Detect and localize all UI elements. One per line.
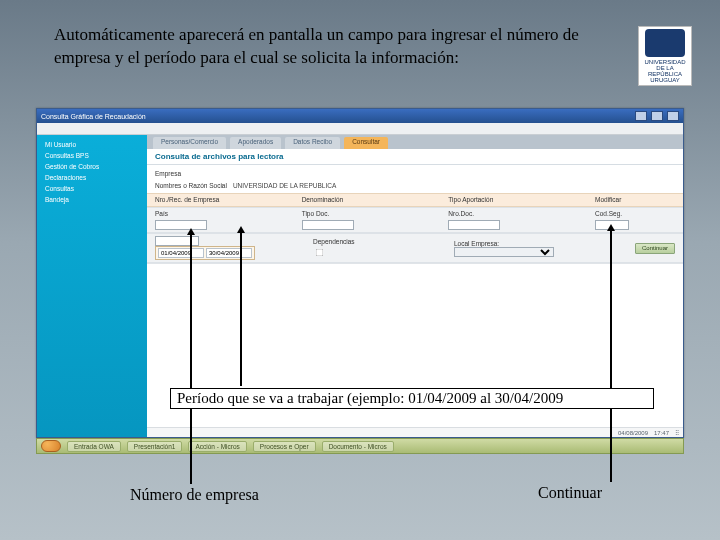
periodo-desde-input[interactable] [158, 248, 204, 258]
window-titlebar: Consulta Gráfica de Recaudación [37, 109, 683, 123]
filter-band-1: País Tipo Doc. Nro.Doc. Cod.Seg. [147, 207, 683, 233]
sidebar: Mi Usuario Consultas BPS Gestión de Cobr… [37, 135, 147, 437]
os-taskbar: Entrada OWA Presentación1 Acción - Micro… [36, 438, 684, 454]
university-logo: UNIVERSIDAD DE LA REPÚBLICA URUGUAY [638, 26, 692, 86]
logo-line2: DE LA REPÚBLICA [639, 65, 691, 77]
callout-periodo: Período que se va a trabajar (ejemplo: 0… [170, 388, 654, 409]
tabbar: Personas/Comercio Apoderados Datos Recib… [147, 135, 683, 149]
status-grip-icon: ⠿ [675, 429, 679, 436]
nombre-value: UNIVERSIDAD DE LA REPUBLICA [233, 182, 336, 189]
pais-label: País [155, 210, 284, 217]
nrodoc-label: Nro.Doc. [448, 210, 577, 217]
panel-title: Consulta de archivos para lectora [147, 149, 683, 165]
local-select[interactable] [454, 247, 554, 257]
empresa-label: Empresa [155, 170, 215, 177]
sidebar-item-gestion-cobros[interactable]: Gestión de Cobros [41, 161, 143, 172]
nro-empresa-header: Nro./Rec. de Empresa [155, 196, 284, 203]
task-item[interactable]: Presentación1 [127, 441, 183, 452]
header-band: Nro./Rec. de Empresa Denominación Tipo A… [147, 193, 683, 207]
empresa-number-input[interactable] [155, 236, 199, 246]
status-date: 04/08/2009 [618, 430, 648, 436]
task-item[interactable]: Procesos e Oper [253, 441, 316, 452]
minimize-icon[interactable] [635, 111, 647, 121]
sidebar-item-declaraciones[interactable]: Declaraciones [41, 172, 143, 183]
logo-building-icon [645, 29, 685, 57]
callout-continuar: Continuar [538, 484, 602, 502]
task-item[interactable]: Documento - Micros [322, 441, 394, 452]
tab-apoderados[interactable]: Apoderados [230, 137, 281, 149]
start-button-icon[interactable] [41, 440, 61, 452]
intro-paragraph: Automáticamente aparecerá en pantalla un… [54, 24, 614, 70]
continuar-button[interactable]: Continuar [635, 243, 675, 254]
local-label: Local Empresa: [454, 240, 499, 247]
tab-datos-recibo[interactable]: Datos Recibo [285, 137, 340, 149]
denominacion-header: Denominación [302, 196, 431, 203]
sidebar-item-consultas-bps[interactable]: Consultas BPS [41, 150, 143, 161]
sidebar-item-consultas[interactable]: Consultas [41, 183, 143, 194]
maximize-icon[interactable] [651, 111, 663, 121]
empresa-section: Empresa Nombres o Razón Social UNIVERSID… [147, 165, 683, 193]
arrow-continuar-icon [610, 230, 612, 482]
sidebar-item-usuario[interactable]: Mi Usuario [41, 139, 143, 150]
menubar [37, 123, 683, 135]
pais-input[interactable] [155, 220, 207, 230]
codseg-label: Cod.Seg. [595, 210, 675, 217]
task-item[interactable]: Acción - Micros [188, 441, 246, 452]
tipodoc-label: Tipo Doc. [302, 210, 431, 217]
dependencias-label: Dependencias [313, 238, 436, 245]
logo-line3: URUGUAY [650, 77, 680, 83]
callout-numero: Número de empresa [130, 486, 259, 504]
window-title: Consulta Gráfica de Recaudación [41, 113, 146, 120]
arrow-periodo-icon [240, 232, 242, 386]
statusbar: 04/08/2009 17:47 ⠿ [147, 427, 683, 437]
nombre-label: Nombres o Razón Social [155, 182, 227, 189]
close-icon[interactable] [667, 111, 679, 121]
sidebar-item-bandeja[interactable]: Bandeja [41, 194, 143, 205]
tab-personas[interactable]: Personas/Comercio [153, 137, 226, 149]
tipo-aportacion-header: Tipo Aportación [448, 196, 577, 203]
window-controls[interactable] [633, 111, 679, 122]
nrodoc-input[interactable] [448, 220, 500, 230]
task-item[interactable]: Entrada OWA [67, 441, 121, 452]
filter-band-2: Dependencias Local Empresa: Continuar [147, 233, 683, 263]
tab-consultar[interactable]: Consultar [344, 137, 388, 149]
modificar-header: Modificar [595, 196, 675, 203]
dependencias-checkbox[interactable] [316, 248, 324, 256]
tipodoc-input[interactable] [302, 220, 354, 230]
status-time: 17:47 [654, 430, 669, 436]
arrow-numero-icon [190, 234, 192, 484]
periodo-hasta-input[interactable] [206, 248, 252, 258]
